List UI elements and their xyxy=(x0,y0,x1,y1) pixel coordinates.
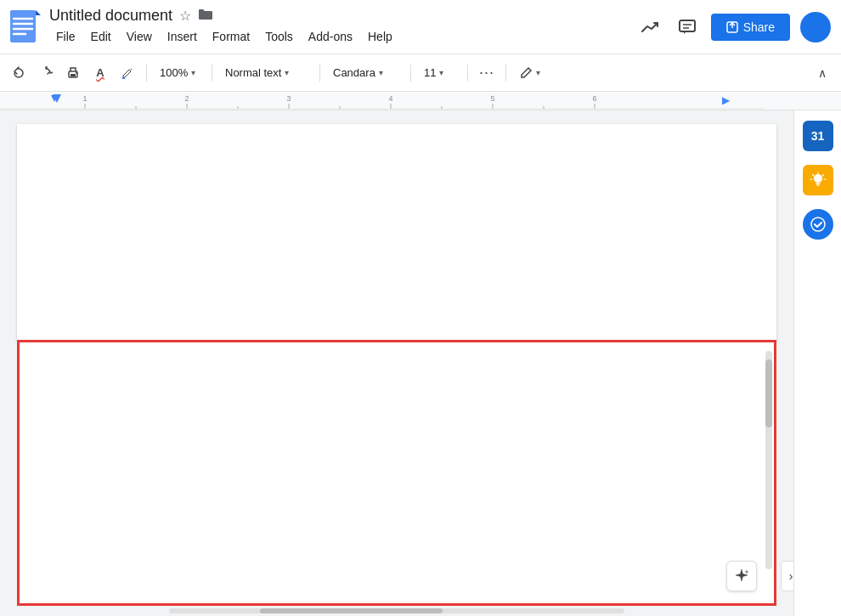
svg-point-32 xyxy=(814,174,822,183)
svg-text:▶: ▶ xyxy=(722,94,731,106)
star-icon[interactable]: ☆ xyxy=(179,8,191,24)
ruler: 1 2 3 4 5 6 ▶ xyxy=(0,92,841,110)
divider-4 xyxy=(410,65,411,82)
svg-rect-12 xyxy=(122,77,125,79)
horizontal-scrollbar-track[interactable] xyxy=(169,608,624,613)
pencil-icon xyxy=(519,66,533,80)
menu-bar: File Edit View Insert Format Tools Add-o… xyxy=(49,26,636,47)
collapse-toolbar-button[interactable]: ∧ xyxy=(810,61,834,85)
top-bar: Untitled document ☆ File Edit View Inser… xyxy=(0,0,841,54)
calendar-sidebar-button[interactable]: 31 xyxy=(803,121,833,151)
divider-1 xyxy=(146,65,147,82)
expand-arrow-button[interactable]: › xyxy=(781,561,793,591)
inner-page xyxy=(20,342,774,603)
size-arrow: ▾ xyxy=(439,68,443,77)
zoom-arrow: ▾ xyxy=(191,68,195,77)
redo-button[interactable] xyxy=(34,61,58,85)
upper-page xyxy=(17,124,776,340)
doc-title[interactable]: Untitled document xyxy=(49,7,172,25)
divider-5 xyxy=(467,65,468,82)
svg-rect-2 xyxy=(680,20,695,31)
toolbar: A 100% ▾ Normal text ▾ Candara ▾ 11 ▾ ··… xyxy=(0,54,841,92)
font-value: Candara xyxy=(333,66,375,79)
svg-text:6: 6 xyxy=(592,94,596,103)
user-avatar[interactable] xyxy=(800,12,831,42)
sparkle-button[interactable] xyxy=(726,561,757,591)
svg-rect-10 xyxy=(71,74,76,76)
menu-edit[interactable]: Edit xyxy=(84,26,118,47)
menu-insert[interactable]: Insert xyxy=(161,26,204,47)
menu-file[interactable]: File xyxy=(49,26,82,47)
style-select[interactable]: Normal text ▾ xyxy=(219,61,313,85)
red-box-container: › xyxy=(17,340,776,606)
inner-scrollbar[interactable] xyxy=(765,351,772,569)
divider-2 xyxy=(212,65,212,82)
ruler-svg: 1 2 3 4 5 6 ▶ xyxy=(0,92,765,110)
svg-text:2: 2 xyxy=(184,94,189,103)
style-value: Normal text xyxy=(225,66,281,79)
doc-area: › xyxy=(0,110,793,616)
svg-text:4: 4 xyxy=(388,94,392,103)
calendar-icon: 31 xyxy=(811,129,825,143)
menu-view[interactable]: View xyxy=(120,26,159,47)
zoom-value: 100% xyxy=(160,66,188,79)
keep-sidebar-button[interactable] xyxy=(803,165,833,195)
title-area: Untitled document ☆ File Edit View Inser… xyxy=(49,7,636,47)
upper-doc-section xyxy=(0,110,793,340)
spellcheck-button[interactable]: A xyxy=(88,61,112,85)
zoom-select[interactable]: 100% ▾ xyxy=(154,61,205,85)
undo-button[interactable] xyxy=(7,61,31,85)
svg-point-33 xyxy=(811,218,825,231)
more-options-button[interactable]: ··· xyxy=(475,61,499,85)
bottom-scroll-area xyxy=(0,606,793,616)
sparkle-icon xyxy=(733,568,750,585)
doc-title-row: Untitled document ☆ xyxy=(49,7,636,25)
font-select[interactable]: Candara ▾ xyxy=(327,61,404,85)
divider-3 xyxy=(319,65,320,82)
print-button[interactable] xyxy=(61,61,85,85)
main-area: › 31 xyxy=(0,110,841,616)
svg-point-11 xyxy=(76,72,77,74)
font-size-select[interactable]: 11 ▾ xyxy=(418,61,460,85)
svg-text:3: 3 xyxy=(286,94,291,103)
check-icon xyxy=(810,216,827,233)
svg-rect-1 xyxy=(10,10,36,42)
style-arrow: ▾ xyxy=(285,68,289,77)
pencil-arrow: ▾ xyxy=(536,68,540,77)
size-value: 11 xyxy=(424,66,436,79)
svg-text:5: 5 xyxy=(490,94,494,103)
scrollbar-thumb xyxy=(765,359,772,427)
svg-text:1: 1 xyxy=(82,94,87,103)
share-button[interactable]: Share xyxy=(711,14,790,41)
right-sidebar: 31 xyxy=(793,110,841,616)
font-arrow: ▾ xyxy=(379,68,383,77)
divider-6 xyxy=(505,65,506,82)
comment-icon[interactable] xyxy=(674,14,701,41)
menu-addons[interactable]: Add-ons xyxy=(302,26,359,47)
share-label: Share xyxy=(743,20,775,34)
menu-tools[interactable]: Tools xyxy=(258,26,300,47)
top-bar-right: Share xyxy=(636,12,831,42)
arrow-icon: › xyxy=(789,569,793,583)
horizontal-scrollbar-thumb xyxy=(260,608,443,613)
tasks-sidebar-button[interactable] xyxy=(803,209,833,240)
trend-icon[interactable] xyxy=(636,14,663,41)
paintformat-button[interactable] xyxy=(116,61,139,85)
menu-format[interactable]: Format xyxy=(206,26,257,47)
editing-mode-select[interactable]: ▾ xyxy=(513,61,546,85)
menu-help[interactable]: Help xyxy=(361,26,399,47)
bulb-icon xyxy=(810,172,827,189)
doc-icon xyxy=(10,10,41,44)
folder-icon[interactable] xyxy=(198,8,213,24)
